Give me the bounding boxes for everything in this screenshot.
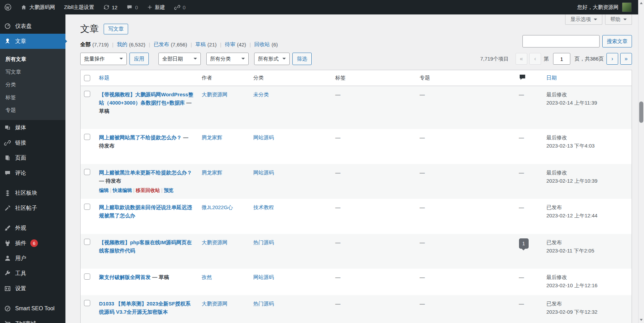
comment-count-badge[interactable]: 1: [519, 238, 529, 249]
submenu-add-post[interactable]: 写文章: [0, 66, 65, 78]
theme-settings-menu[interactable]: Zibll主题设置: [64, 4, 94, 11]
sidebar-item-media[interactable]: 媒体: [0, 120, 65, 135]
sidebar-item-zibll-store[interactable]: Zibll商城: [0, 316, 65, 323]
sidebar-item-community-blocks[interactable]: 社区板块: [0, 185, 65, 201]
post-title-link[interactable]: 【带视频教程】大鹏源码网WordPress整站（4000+3000）条数据打包+…: [99, 91, 194, 106]
sidebar-item-users[interactable]: 用户: [0, 251, 65, 266]
wordpress-logo-icon[interactable]: [4, 3, 12, 11]
submenu-topics[interactable]: 专题: [0, 104, 65, 117]
category-link[interactable]: 网站源码: [253, 274, 274, 280]
category-link[interactable]: 网站源码: [253, 170, 274, 175]
preview-link[interactable]: 预览: [164, 187, 174, 193]
sidebar-item-posts[interactable]: 文章: [0, 34, 65, 49]
new-content-menu[interactable]: 新建: [147, 4, 165, 11]
submenu-all-posts[interactable]: 所有文章: [0, 53, 65, 66]
last-page-button[interactable]: »: [620, 53, 632, 65]
help-button[interactable]: 帮助: [605, 14, 632, 25]
date-status: 已发布: [547, 238, 629, 247]
date-cell: 最后修改 2023-02-12 上午10:39: [543, 164, 632, 199]
author-link[interactable]: 大鹏资源网: [202, 239, 228, 245]
date-cell: 最后修改 2023-02-10 上午12:16: [543, 269, 632, 295]
submenu-tags[interactable]: 标签: [0, 91, 65, 104]
sidebar-item-smart-seo-tool[interactable]: Smart SEO Tool: [0, 301, 65, 316]
row-checkbox[interactable]: [84, 169, 90, 175]
post-title-link[interactable]: D1033 【简单亲测】2023全新SF授权系统源码 V3.7全开源无加密版本: [99, 301, 191, 315]
post-title-cell: 网上赌取款说数据未回传还说注单延迟违规被黑了怎么办 编辑 | 快速编辑 | 移至…: [96, 199, 198, 234]
row-checkbox[interactable]: [84, 134, 90, 140]
author-link[interactable]: 孜然: [202, 274, 212, 280]
row-checkbox[interactable]: [84, 204, 90, 210]
row-checkbox[interactable]: [84, 273, 90, 280]
row-checkbox[interactable]: [84, 91, 90, 97]
post-title-cell: 【带视频教程】大鹏源码网WordPress整站（4000+3000）条数据打包+…: [96, 86, 198, 129]
column-comments: [516, 70, 543, 86]
tags-cell: —: [335, 239, 341, 245]
prev-page-button[interactable]: ‹: [529, 53, 541, 65]
scrollbar-thumb[interactable]: [639, 101, 643, 123]
add-new-post-button[interactable]: 写文章: [104, 24, 128, 34]
row-checkbox[interactable]: [84, 300, 90, 306]
cart-icon: [4, 320, 11, 323]
sidebar-item-tools[interactable]: 工具: [0, 266, 65, 281]
apply-button[interactable]: 应用: [129, 53, 149, 65]
scroll-down-arrow-icon[interactable]: [638, 317, 644, 323]
sidebar-item-comments[interactable]: 评论: [0, 165, 65, 181]
comment-bubble-icon: [126, 4, 133, 10]
vertical-scrollbar[interactable]: [638, 0, 644, 323]
sidebar-item-links[interactable]: 链接: [0, 135, 65, 150]
updates-menu[interactable]: 12: [103, 4, 118, 10]
submenu-categories[interactable]: 分类: [0, 78, 65, 91]
post-title-link[interactable]: 【视频教程】php客服在线IM源码网页在线客服软件代码: [99, 239, 192, 254]
account-menu[interactable]: 您好，大鹏资源网: [577, 4, 619, 11]
sidebar-item-pages[interactable]: 页面: [0, 150, 65, 165]
sidebar-item-appearance[interactable]: 外观: [0, 220, 65, 236]
column-title[interactable]: 标题: [96, 70, 198, 86]
post-title-link[interactable]: 网上赌被黑注单未更新不给提款怎么办？: [99, 170, 192, 175]
sidebar-item-plugins[interactable]: 插件 6: [0, 236, 65, 251]
category-filter-select[interactable]: 所有分类: [206, 53, 249, 65]
trash-link[interactable]: 移至回收站: [136, 187, 160, 193]
category-link[interactable]: 技术教程: [253, 204, 274, 210]
topics-cell: —: [420, 91, 425, 97]
bulk-actions-select[interactable]: 批量操作: [80, 53, 127, 65]
wordpress-logo-icon: [4, 3, 12, 11]
post-title-link[interactable]: 网上赌被网站黑了不给提款怎么办？: [99, 134, 182, 140]
next-page-button[interactable]: ›: [606, 53, 618, 65]
post-title-cell: 网上赌被网站黑了不给提款怎么办？ — 待发布 编辑 | 快速编辑 | 移至回收站…: [96, 129, 198, 164]
format-filter-select[interactable]: 所有形式: [254, 53, 290, 65]
comments-cell: —: [516, 269, 543, 295]
site-menu[interactable]: 大鹏源码网: [21, 4, 55, 11]
edit-link[interactable]: 编辑: [99, 187, 109, 193]
date-status: 已发布: [547, 203, 629, 212]
select-all-checkbox[interactable]: [84, 75, 90, 81]
sidebar-item-dashboard[interactable]: 仪表盘: [0, 19, 65, 34]
category-link[interactable]: 网站源码: [253, 134, 274, 140]
links-menu[interactable]: 0: [174, 4, 186, 10]
post-title-link[interactable]: 聚支付破解版全网首发: [99, 274, 151, 280]
row-checkbox[interactable]: [84, 239, 90, 245]
sidebar-item-community-posts[interactable]: 社区帖子: [0, 201, 65, 216]
category-link[interactable]: 未分类: [253, 91, 269, 97]
topics-cell: —: [420, 274, 425, 280]
author-link[interactable]: 微JL2022G心: [202, 204, 233, 210]
author-link[interactable]: 大鹏资源网: [202, 91, 228, 97]
avatar[interactable]: [622, 2, 632, 12]
column-date[interactable]: 日期: [543, 70, 632, 86]
filter-button[interactable]: 筛选: [292, 53, 312, 65]
search-posts-button[interactable]: 搜索文章: [602, 35, 632, 47]
sidebar-item-settings[interactable]: 设置: [0, 281, 65, 296]
author-link[interactable]: 腾龙家辉: [202, 134, 222, 140]
quick-edit-link[interactable]: 快速编辑: [113, 187, 132, 193]
author-link[interactable]: 腾龙家辉: [202, 170, 222, 175]
first-page-button[interactable]: «: [516, 53, 527, 65]
comments-menu[interactable]: 0: [126, 4, 138, 10]
author-link[interactable]: 大鹏资源网: [202, 301, 228, 306]
date-filter-select[interactable]: 全部日期: [158, 53, 201, 65]
scroll-up-arrow-icon[interactable]: [638, 0, 644, 6]
post-title-link[interactable]: 网上赌取款说数据未回传还说注单延迟违规被黑了怎么办: [99, 204, 192, 218]
search-input[interactable]: [522, 35, 600, 47]
current-page-input[interactable]: [553, 53, 570, 65]
category-link[interactable]: 热门源码: [253, 239, 274, 245]
screen-options-button[interactable]: 显示选项: [565, 14, 602, 25]
category-link[interactable]: 热门源码: [253, 301, 274, 306]
